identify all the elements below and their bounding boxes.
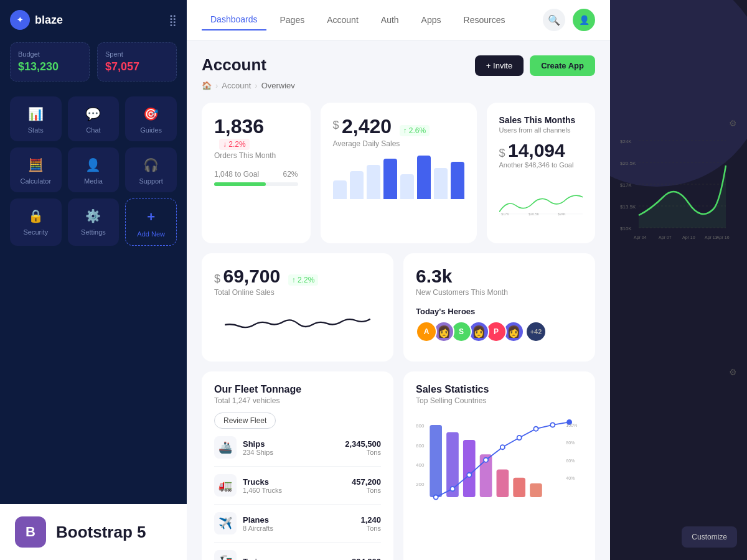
new-customers-value: 6.3k — [416, 266, 583, 287]
daily-sales-value: 2,420 — [342, 115, 392, 138]
bar-4 — [383, 159, 397, 199]
svg-text:$13.5K: $13.5K — [620, 204, 636, 210]
budget-row: Budget $13,230 Spent $7,057 — [10, 42, 177, 82]
sidebar-item-chat[interactable]: 💬 Chat — [68, 96, 120, 141]
topnav-right: 🔍 👤 — [543, 9, 595, 31]
sidebar-item-media[interactable]: 👤 Media — [68, 147, 120, 192]
breadcrumb: 🏠 › Account › Overwiev — [202, 81, 595, 90]
svg-point-21 — [533, 427, 538, 431]
review-fleet-button[interactable]: Review Fleet — [214, 413, 276, 429]
sales-month-title: Sales This Months — [499, 115, 583, 125]
ships-icon: 🚢 — [214, 436, 237, 459]
daily-sales-chart — [333, 156, 464, 199]
svg-text:$24K: $24K — [620, 139, 632, 144]
sidebar-item-support[interactable]: 🎧 Support — [125, 147, 177, 192]
sales-stats-chart: 800 600 400 200 — [416, 411, 583, 511]
trucks-sub: 1,460 Trucks — [243, 487, 352, 494]
nav-apps[interactable]: Apps — [413, 10, 450, 30]
right-panel: $24K $20.5K $17K $13.5K $10K Apr 04 Apr … — [610, 0, 747, 560]
nav-auth[interactable]: Auth — [372, 10, 408, 30]
page-content: Account + Invite Create App 🏠 › Account … — [187, 40, 610, 560]
security-icon: 🔒 — [28, 208, 44, 223]
bar-3 — [367, 165, 380, 199]
trains-num: 804,300 — [352, 557, 381, 561]
calculator-label: Calculator — [21, 177, 52, 185]
ships-num: 2,345,500 — [345, 439, 381, 449]
fleet-card: Our Fleet Tonnage Total 1,247 vehicles R… — [202, 371, 393, 560]
user-avatar[interactable]: 👤 — [573, 9, 595, 31]
nav-account[interactable]: Account — [318, 10, 367, 30]
svg-text:800: 800 — [416, 423, 425, 429]
search-button[interactable]: 🔍 — [543, 9, 565, 31]
planes-icon: ✈️ — [214, 512, 237, 534]
sidebar-item-settings[interactable]: ⚙️ Settings — [68, 198, 120, 246]
heroes-avatars: A 👩 S 👩 P 👩 +42 — [416, 321, 583, 342]
svg-text:Apr 13: Apr 13 — [705, 235, 718, 240]
heroes-title: Today's Heroes — [416, 307, 583, 316]
daily-sales-change: ↑ 2.6% — [400, 125, 430, 136]
svg-text:600: 600 — [416, 443, 425, 449]
sidebar-item-calculator[interactable]: 🧮 Calculator — [10, 147, 62, 192]
bar-2 — [350, 171, 364, 199]
trains-icon: 🚂 — [214, 550, 237, 560]
sales-month-chart: $17K $20.5K $24K — [499, 179, 583, 228]
online-sales-chart — [214, 303, 381, 347]
menu-icon[interactable]: ⣿ — [169, 13, 177, 27]
online-sales-header: $ 69,700 ↑ 2.2% — [214, 266, 381, 287]
orders-progress-fill — [214, 182, 266, 186]
ships-unit: Tons — [345, 449, 381, 456]
trucks-value: 457,200 Tons — [352, 477, 381, 494]
logo: ✦ blaze — [10, 10, 63, 30]
svg-text:$20.5K: $20.5K — [529, 212, 539, 216]
budget-label: Budget — [18, 50, 82, 58]
svg-rect-14 — [530, 483, 542, 497]
svg-text:$17K: $17K — [501, 212, 509, 216]
svg-text:$10K: $10K — [620, 226, 632, 231]
main-content: Dashboards Pages Account Auth Apps Resou… — [187, 0, 610, 560]
sidebar-item-guides[interactable]: 🎯 Guides — [125, 96, 177, 141]
create-app-button[interactable]: Create App — [530, 55, 595, 76]
sidebar-header: ✦ blaze ⣿ — [10, 10, 177, 30]
goal-text: 1,048 to Goal — [214, 170, 259, 179]
sales-month-goal: Another $48,346 to Goal — [499, 161, 583, 169]
trains-name: Trains — [243, 557, 352, 561]
sidebar-item-security[interactable]: 🔒 Security — [10, 198, 62, 246]
sales-month-value: 14,094 — [508, 140, 565, 161]
sidebar-item-add-new[interactable]: + Add New — [125, 198, 177, 246]
nav-pages[interactable]: Pages — [271, 10, 314, 30]
right-panel-settings-2[interactable]: ⚙ — [729, 367, 737, 377]
nav-dashboards[interactable]: Dashboards — [202, 9, 266, 30]
top-navigation: Dashboards Pages Account Auth Apps Resou… — [187, 0, 610, 40]
svg-text:400: 400 — [416, 462, 425, 468]
right-panel-settings-1[interactable]: ⚙ — [729, 118, 737, 128]
ships-info: Ships 234 Ships — [243, 439, 345, 456]
sales-month-sub: Users from all channels — [499, 126, 583, 134]
online-sales-prefix: $ — [214, 273, 220, 285]
security-label: Security — [23, 228, 48, 236]
svg-text:40%: 40% — [566, 476, 575, 481]
daily-sales-label: Average Daily Sales — [333, 139, 464, 148]
nav-resources[interactable]: Resources — [455, 10, 514, 30]
invite-button[interactable]: + Invite — [475, 55, 524, 76]
guides-icon: 🎯 — [143, 106, 159, 121]
online-sales-change: ↑ 2.2% — [288, 274, 319, 286]
heroes-count: +42 — [525, 321, 547, 342]
svg-text:Apr 10: Apr 10 — [682, 235, 695, 240]
customize-button[interactable]: Customize — [682, 526, 737, 548]
spent-card: Spent $7,057 — [97, 42, 177, 82]
orders-change: ↓ 2.2% — [219, 139, 250, 150]
online-sales-value: 69,700 — [223, 266, 280, 286]
svg-point-16 — [450, 487, 454, 491]
breadcrumb-account: Account — [222, 81, 251, 90]
online-sales-card: $ 69,700 ↑ 2.2% Total Online Sales — [202, 253, 393, 362]
stats-icon: 📊 — [28, 106, 44, 121]
fleet-planes: ✈️ Planes 8 Aircrafts 1,240 Tons — [214, 505, 381, 543]
sales-month-prefix: $ — [499, 147, 505, 159]
online-sales-label: Total Online Sales — [214, 288, 381, 297]
add-new-label: Add New — [137, 230, 165, 238]
fleet-list: 🚢 Ships 234 Ships 2,345,500 Tons 🚛 — [214, 429, 381, 560]
sidebar-item-stats[interactable]: 📊 Stats — [10, 96, 62, 141]
spent-value: $7,057 — [105, 60, 169, 73]
bootstrap-letter: B — [26, 524, 35, 540]
trucks-unit: Tons — [352, 487, 381, 494]
